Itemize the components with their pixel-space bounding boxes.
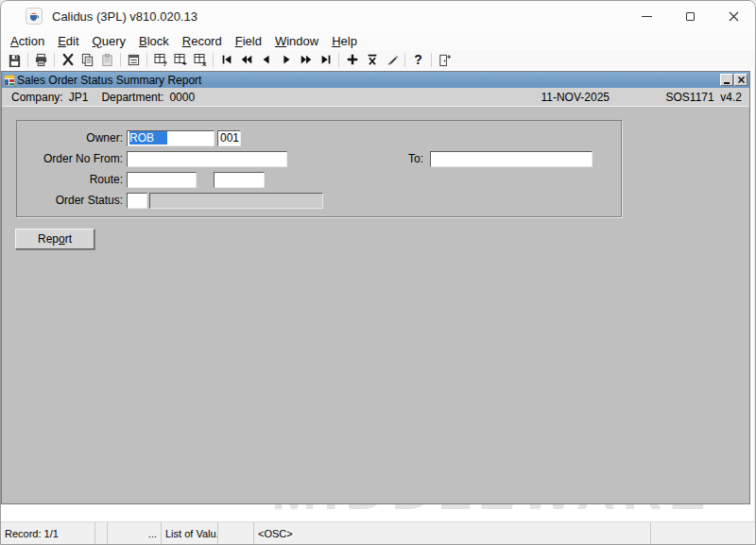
first-record-icon [220, 53, 233, 66]
company-value: JP1 [69, 91, 89, 104]
form-minimize-button[interactable] [720, 74, 733, 86]
order-no-from-label: Order No From: [17, 151, 123, 167]
toolbar-separator [338, 53, 339, 67]
owner-selected-text: ROB [129, 131, 167, 145]
paste-button[interactable] [97, 51, 117, 68]
report-button[interactable]: Report [15, 229, 94, 249]
menu-action[interactable]: Action [4, 33, 51, 49]
java-app-icon [26, 8, 43, 25]
toolbar-separator [54, 53, 55, 67]
print-icon [34, 53, 48, 67]
last-record-icon [319, 53, 333, 66]
form-window-titlebar: Sales Order Status Summary Report [2, 72, 749, 88]
toolbar-separator [120, 53, 121, 67]
toolbar-separator [27, 53, 28, 67]
last-record-button[interactable] [316, 51, 335, 68]
owner-input[interactable]: ROB [127, 130, 215, 146]
order-no-to-input[interactable] [430, 151, 593, 167]
menu-edit[interactable]: Edit [51, 33, 85, 49]
toolbar-separator [146, 53, 147, 67]
cut-button[interactable] [58, 51, 77, 68]
next-block-icon [300, 53, 313, 66]
toolbar-separator [404, 53, 405, 67]
enter-query-button[interactable]: ? [150, 51, 170, 68]
statusbar-osc: <OSC> [254, 522, 651, 544]
statusbar-cell [651, 522, 755, 544]
close-icon [729, 11, 739, 22]
close-button[interactable] [712, 1, 755, 31]
statusbar-ellipsis: ... [108, 522, 162, 544]
order-no-from-input[interactable] [127, 151, 287, 167]
list-values-button[interactable] [124, 51, 144, 68]
menu-record[interactable]: Record [176, 33, 229, 49]
form-icon [4, 75, 15, 86]
help-button[interactable]: ? [408, 51, 428, 68]
svg-text:+: + [182, 60, 187, 67]
menu-field[interactable]: Field [229, 33, 268, 49]
save-button[interactable] [5, 51, 25, 68]
app-window: Calidus (3PL) v810.020.13 Action Edit Qu… [0, 0, 756, 545]
criteria-panel: Owner: ROB 001 Order No From: To: Route:… [16, 120, 622, 217]
toolbar: ? + x [1, 50, 755, 69]
titlebar: Calidus (3PL) v810.020.13 [1, 1, 755, 31]
svg-text:x: x [202, 60, 207, 67]
route-input[interactable] [127, 172, 197, 188]
previous-record-button[interactable] [256, 51, 276, 68]
maximize-button[interactable] [668, 1, 712, 31]
form-minimize-icon [724, 82, 730, 84]
copy-icon [80, 53, 94, 67]
order-status-input[interactable] [127, 193, 147, 209]
owner-seq-input[interactable]: 001 [217, 130, 241, 146]
next-block-button[interactable] [296, 51, 316, 68]
window-title: Calidus (3PL) v810.020.13 [52, 9, 198, 24]
statusbar-list-of-values: List of Valu... [162, 522, 218, 544]
execute-query-icon: + [173, 52, 188, 67]
delete-record-icon [366, 53, 379, 66]
route-label: Route: [17, 172, 123, 188]
exit-icon [438, 53, 452, 67]
toolbar-separator [431, 53, 432, 67]
minimize-icon [642, 16, 652, 17]
execute-query-button[interactable]: + [170, 51, 190, 68]
insert-record-icon [346, 53, 359, 66]
menu-help[interactable]: Help [325, 33, 364, 49]
previous-block-button[interactable] [236, 51, 256, 68]
form-window-title: Sales Order Status Summary Report [17, 74, 719, 87]
report-date: 11-NOV-2025 [541, 91, 610, 104]
statusbar-cell [95, 522, 108, 544]
mdi-area: MIDDLEWARE Sales Order Status Summary Re… [1, 69, 755, 521]
company-label: Company: [11, 91, 63, 104]
next-record-button[interactable] [276, 51, 296, 68]
previous-block-icon [240, 53, 253, 66]
form-close-button[interactable] [734, 74, 747, 86]
form-header-bar: Company: JP1 Department: 0000 11-NOV-202… [2, 88, 749, 107]
help-icon: ? [414, 53, 422, 66]
form-close-icon [738, 77, 745, 83]
save-icon [8, 53, 22, 67]
copy-button[interactable] [77, 51, 97, 68]
department-label: Department: [101, 91, 163, 104]
exit-button[interactable] [435, 51, 455, 68]
program-version: SOS1171 v4.2 [666, 91, 743, 104]
order-status-desc-field [149, 193, 323, 209]
delete-record-button[interactable] [362, 51, 382, 68]
print-button[interactable] [31, 51, 51, 68]
owner-seq-value: 001 [220, 131, 239, 145]
order-status-label: Order Status: [17, 193, 123, 209]
statusbar-cell [218, 522, 254, 544]
route2-input[interactable] [214, 172, 265, 188]
toolbar-separator [213, 53, 214, 67]
lock-record-button[interactable] [382, 51, 402, 68]
menu-window[interactable]: Window [268, 33, 325, 49]
cancel-query-button[interactable]: x [190, 51, 210, 68]
insert-record-button[interactable] [342, 51, 362, 68]
menu-block[interactable]: Block [132, 33, 176, 49]
first-record-button[interactable] [216, 51, 236, 68]
order-no-to-label: To: [395, 151, 423, 167]
list-values-icon [127, 53, 141, 67]
form-window: Sales Order Status Summary Report Compan… [1, 71, 750, 504]
menu-query[interactable]: Query [86, 33, 132, 49]
svg-text:?: ? [163, 60, 167, 67]
minimize-button[interactable] [625, 1, 668, 31]
enter-query-icon: ? [153, 52, 168, 67]
